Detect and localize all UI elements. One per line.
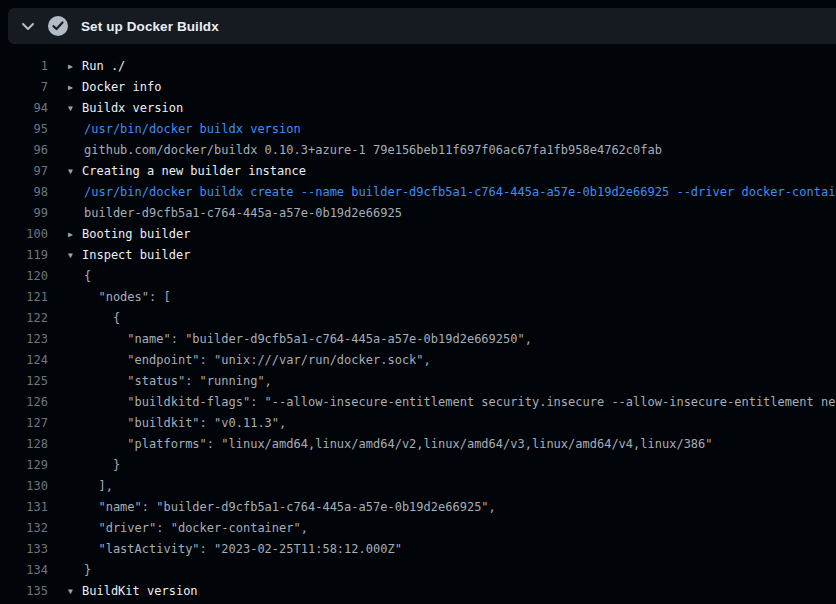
line-number[interactable]: 127 (0, 413, 48, 434)
line-number[interactable]: 132 (0, 518, 48, 539)
log-line: 96github.com/docker/buildx 0.10.3+azure-… (0, 140, 836, 161)
line-number[interactable]: 97 (0, 161, 48, 182)
log-line: 95/usr/bin/docker buildx version (0, 119, 836, 140)
line-number[interactable]: 133 (0, 539, 48, 560)
log-line: 133 "lastActivity": "2023-02-25T11:58:12… (0, 539, 836, 560)
output-text: "name": "builder-d9cfb5a1-c764-445a-a57e… (48, 329, 532, 350)
line-number[interactable]: 134 (0, 560, 48, 581)
group-title: Inspect builder (82, 248, 190, 262)
line-number[interactable]: 124 (0, 350, 48, 371)
line-number[interactable]: 130 (0, 476, 48, 497)
step-header[interactable]: Set up Docker Buildx (8, 8, 836, 44)
check-circle-icon (48, 16, 68, 36)
triangle-right-icon: ▶ (68, 77, 82, 98)
group-toggle[interactable]: ▼BuildKit version (48, 581, 198, 602)
log-line: 131 "name": "builder-d9cfb5a1-c764-445a-… (0, 497, 836, 518)
group-toggle[interactable]: ▶Booting builder (48, 224, 190, 245)
output-text: } (48, 455, 120, 476)
group-title: Run ./ (82, 59, 125, 73)
log-line: 124 "endpoint": "unix:///var/run/docker.… (0, 350, 836, 371)
log-group-line: 100▶Booting builder (0, 224, 836, 245)
line-number[interactable]: 128 (0, 434, 48, 455)
log-line: 126 "buildkitd-flags": "--allow-insecure… (0, 392, 836, 413)
log-group-line: 1▶Run ./ (0, 56, 836, 77)
log-group-line: 97▼Creating a new builder instance (0, 161, 836, 182)
line-number[interactable]: 99 (0, 203, 48, 224)
output-text: "nodes": [ (48, 287, 171, 308)
log-line: 98/usr/bin/docker buildx create --name b… (0, 182, 836, 203)
triangle-down-icon: ▼ (68, 581, 82, 602)
log-line: 99builder-d9cfb5a1-c764-445a-a57e-0b19d2… (0, 203, 836, 224)
log-line: 121 "nodes": [ (0, 287, 836, 308)
triangle-down-icon: ▼ (68, 98, 82, 119)
line-number[interactable]: 96 (0, 140, 48, 161)
line-number[interactable]: 7 (0, 77, 48, 98)
triangle-right-icon: ▶ (68, 224, 82, 245)
line-number[interactable]: 119 (0, 245, 48, 266)
output-text: "name": "builder-d9cfb5a1-c764-445a-a57e… (48, 497, 496, 518)
log-line: 127 "buildkit": "v0.11.3", (0, 413, 836, 434)
command-text: /usr/bin/docker buildx create --name bui… (48, 182, 836, 203)
log-line: 128 "platforms": "linux/amd64,linux/amd6… (0, 434, 836, 455)
group-toggle[interactable]: ▶Run ./ (48, 56, 125, 77)
chevron-down-icon[interactable] (21, 22, 35, 31)
log-line: 122 { (0, 308, 836, 329)
log-line: 134} (0, 560, 836, 581)
log-line: 129 } (0, 455, 836, 476)
output-text: "status": "running", (48, 371, 272, 392)
log-line: 130 ], (0, 476, 836, 497)
line-number[interactable]: 131 (0, 497, 48, 518)
step-title: Set up Docker Buildx (81, 19, 219, 34)
output-text: "buildkitd-flags": "--allow-insecure-ent… (48, 392, 836, 413)
line-number[interactable]: 98 (0, 182, 48, 203)
triangle-right-icon: ▶ (68, 56, 82, 77)
log-group-line: 7▶Docker info (0, 77, 836, 98)
log-group-line: 94▼Buildx version (0, 98, 836, 119)
output-text: builder-d9cfb5a1-c764-445a-a57e-0b19d2e6… (48, 203, 402, 224)
group-title: Docker info (82, 80, 161, 94)
output-text: { (48, 266, 91, 287)
line-number[interactable]: 123 (0, 329, 48, 350)
command-text: /usr/bin/docker buildx version (48, 119, 301, 140)
line-number[interactable]: 135 (0, 581, 48, 602)
output-text: "buildkit": "v0.11.3", (48, 413, 286, 434)
group-title: BuildKit version (82, 584, 198, 598)
output-text: github.com/docker/buildx 0.10.3+azure-1 … (48, 140, 662, 161)
line-number[interactable]: 121 (0, 287, 48, 308)
line-number[interactable]: 126 (0, 392, 48, 413)
triangle-down-icon: ▼ (68, 245, 82, 266)
group-title: Buildx version (82, 101, 183, 115)
line-number[interactable]: 129 (0, 455, 48, 476)
line-number[interactable]: 122 (0, 308, 48, 329)
line-number[interactable]: 1 (0, 56, 48, 77)
output-text: "endpoint": "unix:///var/run/docker.sock… (48, 350, 431, 371)
log-line: 125 "status": "running", (0, 371, 836, 392)
line-number[interactable]: 125 (0, 371, 48, 392)
log-group-line: 135▼BuildKit version (0, 581, 836, 602)
log-lines: 1▶Run ./7▶Docker info94▼Buildx version95… (0, 44, 836, 604)
output-text: } (48, 560, 91, 581)
group-title: Creating a new builder instance (82, 164, 306, 178)
output-text: "platforms": "linux/amd64,linux/amd64/v2… (48, 434, 713, 455)
group-toggle[interactable]: ▶Docker info (48, 77, 161, 98)
line-number[interactable]: 95 (0, 119, 48, 140)
group-toggle[interactable]: ▼Inspect builder (48, 245, 190, 266)
log-line: 123 "name": "builder-d9cfb5a1-c764-445a-… (0, 329, 836, 350)
group-title: Booting builder (82, 227, 190, 241)
output-text: ], (48, 476, 113, 497)
output-text: "lastActivity": "2023-02-25T11:58:12.000… (48, 539, 402, 560)
output-text: { (48, 308, 120, 329)
log-line: 132 "driver": "docker-container", (0, 518, 836, 539)
line-number[interactable]: 94 (0, 98, 48, 119)
group-toggle[interactable]: ▼Buildx version (48, 98, 183, 119)
log-group-line: 119▼Inspect builder (0, 245, 836, 266)
log-line: 120{ (0, 266, 836, 287)
triangle-down-icon: ▼ (68, 161, 82, 182)
output-text: "driver": "docker-container", (48, 518, 308, 539)
line-number[interactable]: 120 (0, 266, 48, 287)
line-number[interactable]: 100 (0, 224, 48, 245)
group-toggle[interactable]: ▼Creating a new builder instance (48, 161, 306, 182)
